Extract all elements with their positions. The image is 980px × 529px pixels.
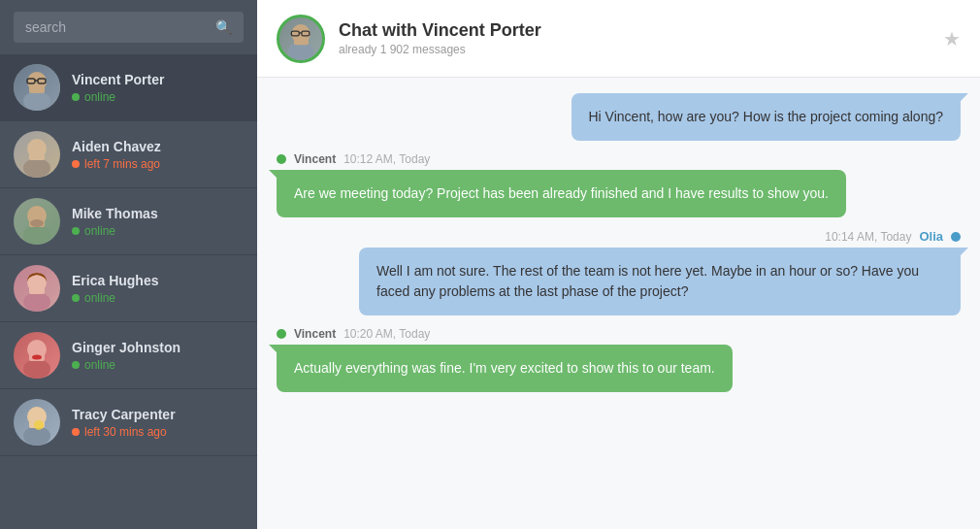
status-dot-tracy bbox=[72, 428, 80, 436]
message-row-1: Hi Vincent, how are you? How is the proj… bbox=[277, 93, 961, 141]
svg-point-14 bbox=[23, 292, 50, 312]
online-dot-4 bbox=[277, 329, 286, 339]
sender-4: Vincent bbox=[294, 327, 336, 341]
contact-status-tracy: left 30 mins ago bbox=[72, 425, 244, 439]
contact-name-erica: Erica Hughes bbox=[72, 273, 244, 288]
sender-3: Olia bbox=[919, 229, 943, 244]
chat-subtitle: already 1 902 messages bbox=[339, 43, 943, 56]
status-dot-erica bbox=[72, 294, 80, 302]
contact-name-vincent: Vincent Porter bbox=[72, 72, 244, 87]
status-text-aiden: left 7 mins ago bbox=[84, 157, 160, 171]
svg-rect-26 bbox=[294, 37, 309, 45]
message-row-2: Vincent 10:12 AM, Today Are we meeting t… bbox=[277, 152, 961, 217]
chat-title-group: Chat with Vincent Porter already 1 902 m… bbox=[339, 20, 943, 56]
contact-name-aiden: Aiden Chavez bbox=[72, 139, 244, 154]
message-bubble-2: Are we meeting today? Project has been a… bbox=[277, 170, 846, 217]
time-2: 10:12 AM, Today bbox=[343, 152, 430, 166]
status-dot-vincent bbox=[72, 93, 80, 101]
contact-item-vincent[interactable]: Vincent Porter online bbox=[0, 54, 257, 121]
status-text-mike: online bbox=[84, 224, 115, 238]
message-text-4: Actually everything was fine. I'm very e… bbox=[294, 360, 715, 376]
contact-status-ginger: online bbox=[72, 358, 244, 372]
avatar-mike bbox=[14, 198, 60, 245]
message-text-1: Hi Vincent, how are you? How is the proj… bbox=[589, 109, 944, 124]
status-text-erica: online bbox=[84, 291, 115, 305]
svg-point-17 bbox=[23, 359, 50, 379]
messages-container[interactable]: Hi Vincent, how are you? How is the proj… bbox=[257, 78, 980, 529]
status-text-vincent: online bbox=[84, 90, 115, 104]
svg-rect-15 bbox=[29, 286, 45, 294]
contact-info-ginger: Ginger Johnston online bbox=[72, 340, 244, 372]
search-icon: 🔍 bbox=[215, 19, 232, 35]
chat-title: Chat with Vincent Porter bbox=[339, 20, 943, 41]
header-avatar bbox=[277, 15, 325, 63]
contact-list: Vincent Porter online Aiden Chavez bbox=[0, 54, 257, 529]
online-dot-2 bbox=[277, 154, 286, 164]
status-text-ginger: online bbox=[84, 358, 115, 372]
contact-info-tracy: Tracy Carpenter left 30 mins ago bbox=[72, 407, 244, 439]
time-3: 10:14 AM, Today bbox=[825, 230, 911, 244]
contact-name-mike: Mike Thomas bbox=[72, 206, 244, 221]
status-dot-aiden bbox=[72, 160, 80, 168]
search-input[interactable] bbox=[25, 19, 215, 35]
olia-status-dot bbox=[951, 232, 961, 242]
message-row-4: Vincent 10:20 AM, Today Actually everyth… bbox=[277, 327, 961, 392]
status-text-tracy: left 30 mins ago bbox=[84, 425, 167, 439]
sidebar: 🔍 Vin bbox=[0, 0, 257, 529]
star-icon[interactable]: ★ bbox=[943, 27, 961, 50]
contact-status-erica: online bbox=[72, 291, 244, 305]
contact-info-mike: Mike Thomas online bbox=[72, 206, 244, 238]
avatar-aiden bbox=[14, 131, 60, 178]
message-row-3: 10:14 AM, Today Olia Well I am not sure.… bbox=[277, 229, 961, 315]
svg-rect-8 bbox=[29, 152, 45, 160]
svg-point-1 bbox=[23, 91, 50, 111]
status-dot-mike bbox=[72, 227, 80, 235]
contact-status-vincent: online bbox=[72, 90, 244, 104]
svg-rect-2 bbox=[29, 85, 45, 93]
message-bubble-3: Well I am not sure. The rest of the team… bbox=[359, 248, 961, 315]
contact-info-erica: Erica Hughes online bbox=[72, 273, 244, 305]
avatar-vincent bbox=[14, 64, 60, 111]
message-text-3: Well I am not sure. The rest of the team… bbox=[376, 263, 919, 299]
avatar-tracy bbox=[14, 399, 60, 446]
chat-area: Chat with Vincent Porter already 1 902 m… bbox=[257, 0, 980, 529]
contact-item-ginger[interactable]: Ginger Johnston online bbox=[0, 322, 257, 389]
message-text-2: Are we meeting today? Project has been a… bbox=[294, 185, 829, 201]
avatar-erica bbox=[14, 265, 60, 312]
contact-info-aiden: Aiden Chavez left 7 mins ago bbox=[72, 139, 244, 171]
avatar-ginger bbox=[14, 332, 60, 379]
status-dot-ginger bbox=[72, 361, 80, 369]
svg-point-19 bbox=[32, 355, 42, 360]
message-meta-3: 10:14 AM, Today Olia bbox=[825, 229, 961, 244]
contact-name-tracy: Tracy Carpenter bbox=[72, 407, 244, 422]
message-meta-4: Vincent 10:20 AM, Today bbox=[277, 327, 430, 341]
search-container[interactable]: 🔍 bbox=[14, 12, 244, 43]
contact-name-ginger: Ginger Johnston bbox=[72, 340, 244, 355]
message-meta-2: Vincent 10:12 AM, Today bbox=[277, 152, 430, 166]
contact-item-mike[interactable]: Mike Thomas online bbox=[0, 188, 257, 255]
svg-point-23 bbox=[34, 420, 44, 430]
message-bubble-1: Hi Vincent, how are you? How is the proj… bbox=[572, 93, 962, 141]
svg-point-25 bbox=[288, 42, 313, 60]
contact-item-tracy[interactable]: Tracy Carpenter left 30 mins ago bbox=[0, 389, 257, 456]
svg-point-7 bbox=[23, 158, 50, 178]
message-bubble-4: Actually everything was fine. I'm very e… bbox=[277, 345, 733, 392]
contact-info-vincent: Vincent Porter online bbox=[72, 72, 244, 104]
contact-status-mike: online bbox=[72, 224, 244, 238]
sender-2: Vincent bbox=[294, 152, 336, 166]
contact-item-erica[interactable]: Erica Hughes online bbox=[0, 255, 257, 322]
chat-header: Chat with Vincent Porter already 1 902 m… bbox=[257, 0, 980, 78]
svg-point-12 bbox=[30, 219, 44, 227]
svg-point-10 bbox=[23, 225, 50, 245]
search-bar: 🔍 bbox=[0, 0, 257, 54]
contact-status-aiden: left 7 mins ago bbox=[72, 157, 244, 171]
contact-item-aiden[interactable]: Aiden Chavez left 7 mins ago bbox=[0, 121, 257, 188]
time-4: 10:20 AM, Today bbox=[343, 327, 430, 341]
